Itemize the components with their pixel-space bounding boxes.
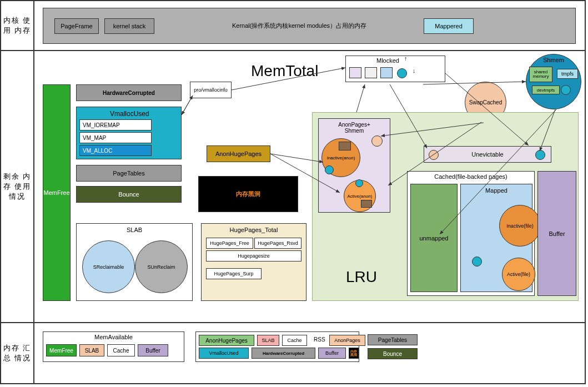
mapped-label: Mapped (485, 187, 507, 194)
hp-size: Hugepagesize (206, 250, 301, 262)
mlocked-container: Mlocked ↑ ↓ (345, 56, 445, 82)
srec-circ: SReclaimable (82, 240, 135, 293)
memfree-box: MemFree (43, 84, 71, 301)
sum-pagetables: PageTables (368, 334, 418, 345)
pagetables-box: PageTables (76, 165, 182, 182)
active-file-circ: Active(file) (502, 258, 535, 291)
shmem-circ: Shmem shared memory tmpfs devtmpfs (526, 54, 581, 109)
rss-cache: Cache (282, 335, 307, 346)
memtotal-title: MemTotal (251, 62, 318, 80)
inactive-anon-circ: Inactive(anon) (321, 138, 360, 177)
mlocked-title: Mlocked (376, 57, 399, 64)
rss-slab: SLAB (257, 335, 279, 346)
aa-dot (355, 179, 363, 187)
vm-alloc: VM_ALLOC (79, 145, 152, 156)
memavail-container: MemAvailable MemFree SLAB Cache Buffer (43, 331, 184, 362)
rss-anonpages: AnonPages (329, 335, 365, 346)
ml-sq3 (380, 67, 393, 78)
vm-ioremap: VM_IOREMAP (79, 119, 152, 130)
kernel-container: Kernal(操作系统内核kernel modules）占用的内存 PageFr… (43, 8, 576, 44)
sum-memfree: MemFree (46, 344, 77, 356)
rss-vmalloc: VmallocUsed (199, 348, 249, 359)
vm-map: VM_MAP (79, 132, 152, 143)
mapped-dot (472, 257, 482, 267)
sum-buffer: Buffer (138, 344, 168, 356)
buffer-box: Buffer (537, 171, 576, 296)
aa-sq (361, 200, 372, 208)
unmapped-box: unmapped (410, 184, 458, 292)
kernelstack-box: kernel stack (104, 18, 154, 34)
unev-dot2 (535, 150, 545, 160)
mappered-box: Mappered (424, 18, 474, 34)
ml-circ (397, 68, 407, 78)
blackhole-box: 内存黑洞 (198, 176, 298, 212)
svg-line-5 (356, 84, 365, 112)
rss-container: AnonHugePages SLAB Cache RSS VmallocUsed… (195, 331, 359, 362)
rss-blackhole: 内存黑洞 (349, 348, 359, 359)
hp-rsvd: HugePages_Rsvd (254, 238, 301, 249)
lru-container: LRU AnonPages+ Shmem Inactive(anon) Acti… (312, 112, 579, 301)
active-anon-circ: Active(anon) (344, 180, 376, 212)
svg-line-1 (182, 96, 193, 115)
shmem-shared: shared memory (529, 67, 552, 82)
rss-label: RSS (314, 336, 325, 343)
sunrec-circ: SUnReclaim (135, 240, 188, 293)
pageframe-box: PageFrame (54, 18, 99, 34)
section2-label: 剩余 内存 使用 情况 (1, 172, 33, 202)
vmalloc-container: VmallocUsed VM_IOREMAP VM_MAP VM_ALLOC (76, 107, 182, 159)
slab-title: SLAB (127, 227, 142, 233)
inactive-file-circ: Inactive(file) (499, 205, 541, 247)
aps-dot1 (371, 135, 383, 147)
lru-title: LRU (346, 268, 377, 286)
memavail-title: MemAvailable (94, 334, 133, 340)
bounce-box: Bounce (76, 186, 182, 203)
sum-bounce: Bounce (368, 348, 418, 359)
section3-label: 内存 汇总 情况 (1, 343, 33, 363)
inactive-anon-label: Inactive(anon) (327, 155, 355, 160)
hugepages-title: HugePages_Total (230, 227, 278, 233)
hwcorrupted-box: HardwareCorrupted (76, 84, 182, 101)
ml-sq2 (365, 67, 377, 78)
cached-title: Cached(file-backed pages) (434, 173, 507, 180)
rss-anonhuge: AnonHugePages (199, 335, 254, 346)
shmem-title: Shmem (543, 57, 564, 63)
ia-dot (325, 165, 334, 174)
ml-sq1 (349, 67, 361, 78)
rss-buffer: Buffer (318, 348, 346, 359)
slab-container: SLAB SReclaimable SUnReclaim (76, 223, 193, 301)
svg-line-0 (182, 96, 193, 115)
kernel-title: Kernal(操作系统内核kernel modules）占用的内存 (232, 22, 366, 30)
shmem-devtmpfs: devtmpfs (532, 86, 560, 94)
hp-free: HugePages_Free (206, 238, 253, 249)
anonpages-shmem-box: AnonPages+ Shmem Inactive(anon) Active(a… (318, 118, 390, 213)
cached-container: Cached(file-backed pages) unmapped Mappe… (407, 171, 535, 296)
shmem-dot (561, 85, 571, 95)
hp-surp: HugePages_Surp (206, 268, 262, 279)
anonhuge-box: AnonHugePages (207, 145, 270, 162)
anonpages-shmem-label: AnonPages+ Shmem (338, 122, 370, 134)
vmalloc-title: VmallocUsed (110, 110, 149, 118)
shmem-tmpfs: tmpfs (557, 69, 578, 79)
ia-sq (339, 142, 351, 150)
unevictable-label: Unevictable (471, 151, 503, 158)
provm-box: pro/vmallocinfo (190, 82, 232, 98)
sum-cache: Cache (107, 344, 135, 356)
unevictable-box: Unevictable (424, 146, 551, 163)
section1-label: 内核 使用 内存 (1, 16, 33, 36)
unev-dot1 (429, 150, 439, 160)
active-anon-label: Active(anon) (348, 194, 373, 199)
sum-slab: SLAB (79, 344, 104, 356)
rss-hwcorr: HardwareCorrupted (252, 348, 315, 359)
hugepages-container: HugePages_Total HugePages_Free HugePages… (201, 223, 306, 301)
